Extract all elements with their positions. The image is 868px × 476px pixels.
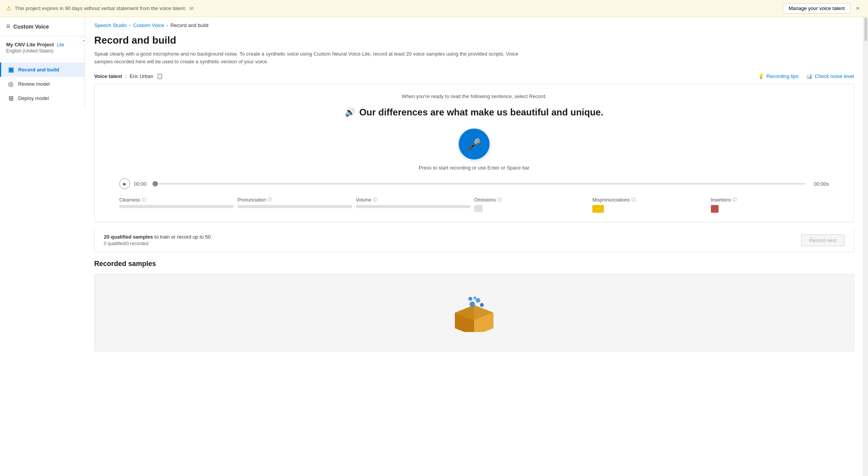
audio-time-start: 00:00 <box>134 181 149 187</box>
mispronunciations-bar <box>592 205 604 213</box>
omissions-label-text: Omissions <box>474 197 496 203</box>
insertions-bar <box>711 205 719 213</box>
svg-point-6 <box>480 303 484 307</box>
sidebar-logo-icon: ≡ <box>6 22 10 30</box>
sidebar: ≡ Custom Voice My CNV Lite Project Lite … <box>0 17 85 108</box>
qualified-info: 20 qualified samples to train or record … <box>104 234 211 246</box>
breadcrumb-current: Record and build <box>170 22 208 28</box>
review-nav-label: Review model <box>18 81 50 87</box>
project-name: My CNV Lite Project Lite <box>6 42 78 47</box>
project-name-text: My CNV Lite Project <box>6 42 54 47</box>
breadcrumb-sep-2: › <box>166 22 168 28</box>
empty-box-svg <box>451 293 497 332</box>
audio-progress-track[interactable] <box>153 183 806 185</box>
qualified-sub: 0 qualified/0 recorded <box>104 241 211 246</box>
record-next-button[interactable]: Record next <box>801 234 844 246</box>
empty-state-container <box>94 274 854 351</box>
sidebar-wrapper: « ≡ Custom Voice My CNV Lite Project Lit… <box>0 17 85 476</box>
breadcrumb: Speech Studio › Custom Voice › Record an… <box>85 17 863 28</box>
sidebar-title: Custom Voice <box>14 24 49 30</box>
omissions-info-icon[interactable]: ⓘ <box>497 197 502 203</box>
voice-talent-info: Voice talent : Eric Urban 📋 <box>94 73 163 79</box>
record-nav-icon: ▣ <box>7 66 14 73</box>
mispronunciations-label-text: Mispronunciations <box>592 197 630 203</box>
scrollbar-thumb[interactable] <box>865 18 867 41</box>
play-button[interactable]: ▶ <box>119 178 130 189</box>
notification-message: ⚠ This project expires in 90 days withou… <box>6 5 194 12</box>
volume-bar <box>356 205 470 208</box>
pronunciation-label-text: Pronunciation <box>237 197 266 203</box>
voice-talent-bar: Voice talent : Eric Urban 📋 💡 Recording … <box>85 70 863 84</box>
page-header: Record and build Speak clearly with a go… <box>85 28 863 70</box>
audio-progress-thumb <box>153 181 158 186</box>
microphone-icon: 🎤 <box>468 138 481 151</box>
recorded-section: Recorded samples <box>85 252 863 351</box>
insertions-label: Insertions ⓘ <box>711 197 825 203</box>
metric-omissions: Omissions ⓘ <box>474 197 592 213</box>
lite-badge: Lite <box>57 42 64 47</box>
app-body: « ≡ Custom Voice My CNV Lite Project Lit… <box>0 17 868 476</box>
scrollbar[interactable] <box>863 17 868 476</box>
pronunciation-label: Pronunciation ⓘ <box>237 197 352 203</box>
review-nav-icon: ◎ <box>7 80 14 88</box>
recording-card: When you're ready to read the following … <box>94 84 854 222</box>
manage-voice-button[interactable]: Manage your voice talent <box>783 3 850 14</box>
omissions-label: Omissions ⓘ <box>474 197 588 203</box>
svg-point-8 <box>468 297 472 301</box>
sidebar-item-record-and-build[interactable]: ▣ Record and build <box>0 63 85 77</box>
voice-talent-actions: 💡 Recording tips 📊 Check noise level <box>758 73 854 79</box>
sentence-text: Our differences are what make us beautif… <box>359 107 603 118</box>
clearness-label: Clearness ⓘ <box>119 197 234 203</box>
deploy-nav-label: Deploy model <box>18 95 49 101</box>
clearness-bar <box>119 205 234 208</box>
sidebar-collapse-button[interactable]: « <box>80 36 88 45</box>
insertions-info-icon[interactable]: ⓘ <box>732 197 737 203</box>
check-noise-button[interactable]: 📊 Check noise level <box>806 73 854 79</box>
insertions-label-text: Insertions <box>711 197 731 203</box>
omissions-bar <box>474 205 483 212</box>
notification-close-button[interactable]: × <box>854 4 862 13</box>
record-nav-label: Record and build <box>18 67 59 73</box>
metric-volume: Volume ⓘ <box>356 197 474 213</box>
mic-hint-text: Press to start recording or use Enter or… <box>419 165 530 171</box>
chart-icon: 📊 <box>806 73 812 79</box>
check-noise-label: Check noise level <box>815 73 854 79</box>
clearness-info-icon[interactable]: ⓘ <box>142 197 146 203</box>
voice-talent-label: Voice talent <box>94 73 122 79</box>
project-language: English (United States) <box>6 48 78 54</box>
metric-mispronunciations: Mispronunciations ⓘ <box>592 197 710 213</box>
mispronunciations-info-icon[interactable]: ⓘ <box>631 197 636 203</box>
audio-time-end: 00:00s <box>810 181 829 187</box>
qualified-text: 20 qualified samples to train or record … <box>104 234 211 240</box>
recording-tips-label: Recording tips <box>766 73 798 79</box>
speaker-icon[interactable]: 🔊 <box>345 107 355 117</box>
lightbulb-icon: 💡 <box>758 73 764 79</box>
svg-point-4 <box>470 302 475 307</box>
volume-label-text: Volume <box>356 197 371 203</box>
volume-info-icon[interactable]: ⓘ <box>373 197 377 203</box>
record-mic-button[interactable]: 🎤 <box>459 129 490 159</box>
box-illustration <box>451 293 497 332</box>
mic-container: 🎤 Press to start recording or use Enter … <box>104 129 844 171</box>
sidebar-item-deploy-model[interactable]: ⊞ Deploy model <box>0 91 85 105</box>
page-description: Speak clearly with a good microphone and… <box>94 50 519 65</box>
voice-talent-name: Eric Urban <box>130 73 153 79</box>
copy-icon[interactable]: 📋 <box>156 73 163 79</box>
sidebar-nav: ▣ Record and build ◎ Review model ⊞ Depl… <box>0 59 85 108</box>
qualified-count: 20 qualified samples <box>104 234 153 240</box>
sidebar-header: ≡ Custom Voice <box>0 17 85 36</box>
sidebar-item-review-model[interactable]: ◎ Review model <box>0 77 85 91</box>
main-content: Speech Studio › Custom Voice › Record an… <box>85 17 863 476</box>
page-title: Record and build <box>94 34 854 46</box>
pronunciation-info-icon[interactable]: ⓘ <box>268 197 272 203</box>
svg-point-5 <box>476 298 480 303</box>
deploy-nav-icon: ⊞ <box>7 95 14 102</box>
breadcrumb-speech-studio[interactable]: Speech Studio <box>94 22 127 28</box>
recording-tips-button[interactable]: 💡 Recording tips <box>758 73 798 79</box>
breadcrumb-custom-voice[interactable]: Custom Voice <box>133 22 164 28</box>
qualified-section: 20 qualified samples to train or record … <box>94 229 854 252</box>
recorded-samples-title: Recorded samples <box>94 260 854 268</box>
recording-sentence: 🔊 Our differences are what make us beaut… <box>104 107 844 118</box>
notification-text: This project expires in 90 days without … <box>15 5 186 11</box>
voice-talent-colon: : <box>125 73 127 79</box>
